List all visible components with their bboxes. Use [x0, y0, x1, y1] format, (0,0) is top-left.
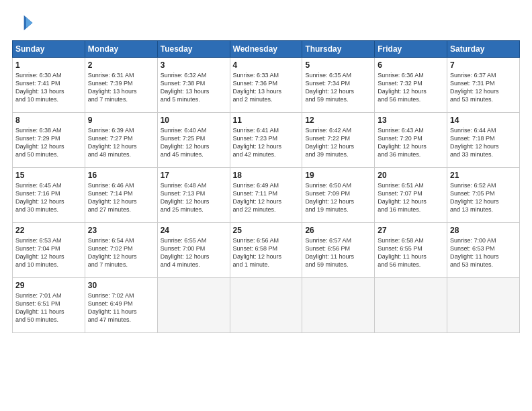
day-info: Sunrise: 6:45 AM Sunset: 7:16 PM Dayligh…	[15, 181, 82, 214]
day-number: 10	[161, 116, 227, 125]
day-number: 11	[233, 116, 300, 125]
calendar-day-16: 16Sunrise: 6:46 AM Sunset: 7:14 PM Dayli…	[85, 168, 157, 223]
weekday-header-wednesday: Wednesday	[230, 41, 302, 58]
calendar-day-13: 13Sunrise: 6:43 AM Sunset: 7:20 PM Dayli…	[375, 113, 447, 168]
calendar-empty-cell	[230, 278, 302, 333]
calendar-day-12: 12Sunrise: 6:42 AM Sunset: 7:22 PM Dayli…	[302, 113, 375, 168]
day-info: Sunrise: 6:58 AM Sunset: 6:55 PM Dayligh…	[378, 236, 444, 269]
calendar-day-19: 19Sunrise: 6:50 AM Sunset: 7:09 PM Dayli…	[302, 168, 375, 223]
calendar-day-20: 20Sunrise: 6:51 AM Sunset: 7:07 PM Dayli…	[375, 168, 447, 223]
calendar-day-6: 6Sunrise: 6:36 AM Sunset: 7:32 PM Daylig…	[375, 58, 447, 113]
calendar-day-7: 7Sunrise: 6:37 AM Sunset: 7:31 PM Daylig…	[447, 58, 520, 113]
day-number: 3	[161, 60, 227, 70]
header	[12, 12, 520, 34]
day-number: 18	[233, 171, 300, 180]
calendar-day-9: 9Sunrise: 6:39 AM Sunset: 7:27 PM Daylig…	[85, 113, 157, 168]
calendar-day-22: 22Sunrise: 6:53 AM Sunset: 7:04 PM Dayli…	[13, 223, 85, 278]
day-info: Sunrise: 6:31 AM Sunset: 7:39 PM Dayligh…	[88, 71, 154, 104]
calendar-day-24: 24Sunrise: 6:55 AM Sunset: 7:00 PM Dayli…	[157, 223, 230, 278]
calendar-empty-cell	[375, 278, 447, 333]
calendar-week-row-4: 22Sunrise: 6:53 AM Sunset: 7:04 PM Dayli…	[13, 223, 520, 278]
day-number: 30	[88, 281, 154, 290]
calendar-empty-cell	[157, 278, 230, 333]
day-info: Sunrise: 6:41 AM Sunset: 7:23 PM Dayligh…	[233, 126, 300, 159]
calendar-table: SundayMondayTuesdayWednesdayThursdayFrid…	[12, 40, 520, 333]
calendar-week-row-2: 8Sunrise: 6:38 AM Sunset: 7:29 PM Daylig…	[13, 113, 520, 168]
day-number: 28	[450, 226, 517, 235]
day-info: Sunrise: 6:30 AM Sunset: 7:41 PM Dayligh…	[15, 71, 82, 104]
day-info: Sunrise: 6:57 AM Sunset: 6:56 PM Dayligh…	[305, 236, 371, 269]
day-info: Sunrise: 6:48 AM Sunset: 7:13 PM Dayligh…	[161, 181, 227, 214]
calendar-day-4: 4Sunrise: 6:33 AM Sunset: 7:36 PM Daylig…	[230, 58, 302, 113]
calendar-day-26: 26Sunrise: 6:57 AM Sunset: 6:56 PM Dayli…	[302, 223, 375, 278]
day-number: 4	[233, 60, 300, 70]
day-info: Sunrise: 6:43 AM Sunset: 7:20 PM Dayligh…	[378, 126, 444, 159]
calendar-day-28: 28Sunrise: 7:00 AM Sunset: 6:53 PM Dayli…	[447, 223, 520, 278]
day-number: 7	[450, 60, 517, 70]
calendar-day-27: 27Sunrise: 6:58 AM Sunset: 6:55 PM Dayli…	[375, 223, 447, 278]
calendar-day-21: 21Sunrise: 6:52 AM Sunset: 7:05 PM Dayli…	[447, 168, 520, 223]
day-number: 16	[88, 171, 154, 180]
weekday-header-sunday: Sunday	[13, 41, 85, 58]
day-number: 6	[378, 60, 444, 70]
calendar-day-1: 1Sunrise: 6:30 AM Sunset: 7:41 PM Daylig…	[13, 58, 85, 113]
day-number: 5	[305, 60, 371, 70]
calendar-day-3: 3Sunrise: 6:32 AM Sunset: 7:38 PM Daylig…	[157, 58, 230, 113]
calendar-empty-cell	[447, 278, 520, 333]
calendar-day-2: 2Sunrise: 6:31 AM Sunset: 7:39 PM Daylig…	[85, 58, 157, 113]
calendar-day-11: 11Sunrise: 6:41 AM Sunset: 7:23 PM Dayli…	[230, 113, 302, 168]
calendar-week-row-1: 1Sunrise: 6:30 AM Sunset: 7:41 PM Daylig…	[13, 58, 520, 113]
calendar-day-5: 5Sunrise: 6:35 AM Sunset: 7:34 PM Daylig…	[302, 58, 375, 113]
day-number: 23	[88, 226, 154, 235]
day-info: Sunrise: 6:49 AM Sunset: 7:11 PM Dayligh…	[233, 181, 300, 214]
day-info: Sunrise: 6:51 AM Sunset: 7:07 PM Dayligh…	[378, 181, 444, 214]
day-info: Sunrise: 6:40 AM Sunset: 7:25 PM Dayligh…	[161, 126, 227, 159]
weekday-header-monday: Monday	[85, 41, 157, 58]
day-number: 8	[15, 116, 82, 125]
day-number: 13	[378, 116, 444, 125]
day-number: 12	[305, 116, 371, 125]
page: SundayMondayTuesdayWednesdayThursdayFrid…	[0, 0, 532, 411]
day-info: Sunrise: 6:36 AM Sunset: 7:32 PM Dayligh…	[378, 71, 444, 104]
day-info: Sunrise: 6:44 AM Sunset: 7:18 PM Dayligh…	[450, 126, 517, 159]
day-number: 19	[305, 171, 371, 180]
calendar-day-10: 10Sunrise: 6:40 AM Sunset: 7:25 PM Dayli…	[157, 113, 230, 168]
day-number: 22	[15, 226, 82, 235]
day-number: 20	[378, 171, 444, 180]
weekday-header-thursday: Thursday	[302, 41, 375, 58]
day-number: 17	[161, 171, 227, 180]
logo-icon	[12, 12, 34, 34]
day-number: 25	[233, 226, 300, 235]
day-number: 24	[161, 226, 227, 235]
day-info: Sunrise: 6:33 AM Sunset: 7:36 PM Dayligh…	[233, 71, 300, 104]
calendar-day-30: 30Sunrise: 7:02 AM Sunset: 6:49 PM Dayli…	[85, 278, 157, 333]
calendar-day-25: 25Sunrise: 6:56 AM Sunset: 6:58 PM Dayli…	[230, 223, 302, 278]
day-info: Sunrise: 6:55 AM Sunset: 7:00 PM Dayligh…	[161, 236, 227, 269]
weekday-header-tuesday: Tuesday	[157, 41, 230, 58]
calendar-day-17: 17Sunrise: 6:48 AM Sunset: 7:13 PM Dayli…	[157, 168, 230, 223]
day-info: Sunrise: 6:32 AM Sunset: 7:38 PM Dayligh…	[161, 71, 227, 104]
day-number: 9	[88, 116, 154, 125]
day-number: 29	[15, 281, 82, 290]
calendar-week-row-5: 29Sunrise: 7:01 AM Sunset: 6:51 PM Dayli…	[13, 278, 520, 333]
day-number: 27	[378, 226, 444, 235]
calendar-empty-cell	[302, 278, 375, 333]
calendar-day-14: 14Sunrise: 6:44 AM Sunset: 7:18 PM Dayli…	[447, 113, 520, 168]
day-number: 1	[15, 60, 82, 70]
calendar-day-23: 23Sunrise: 6:54 AM Sunset: 7:02 PM Dayli…	[85, 223, 157, 278]
calendar-day-8: 8Sunrise: 6:38 AM Sunset: 7:29 PM Daylig…	[13, 113, 85, 168]
day-info: Sunrise: 6:52 AM Sunset: 7:05 PM Dayligh…	[450, 181, 517, 214]
calendar-day-18: 18Sunrise: 6:49 AM Sunset: 7:11 PM Dayli…	[230, 168, 302, 223]
day-info: Sunrise: 6:50 AM Sunset: 7:09 PM Dayligh…	[305, 181, 371, 214]
day-info: Sunrise: 6:53 AM Sunset: 7:04 PM Dayligh…	[15, 236, 82, 269]
day-info: Sunrise: 6:37 AM Sunset: 7:31 PM Dayligh…	[450, 71, 517, 104]
day-number: 2	[88, 60, 154, 70]
weekday-header-row: SundayMondayTuesdayWednesdayThursdayFrid…	[13, 41, 520, 58]
day-info: Sunrise: 6:46 AM Sunset: 7:14 PM Dayligh…	[88, 181, 154, 214]
day-info: Sunrise: 7:00 AM Sunset: 6:53 PM Dayligh…	[450, 236, 517, 269]
weekday-header-friday: Friday	[375, 41, 447, 58]
calendar-week-row-3: 15Sunrise: 6:45 AM Sunset: 7:16 PM Dayli…	[13, 168, 520, 223]
svg-marker-1	[26, 17, 33, 28]
calendar-day-29: 29Sunrise: 7:01 AM Sunset: 6:51 PM Dayli…	[13, 278, 85, 333]
calendar-day-15: 15Sunrise: 6:45 AM Sunset: 7:16 PM Dayli…	[13, 168, 85, 223]
